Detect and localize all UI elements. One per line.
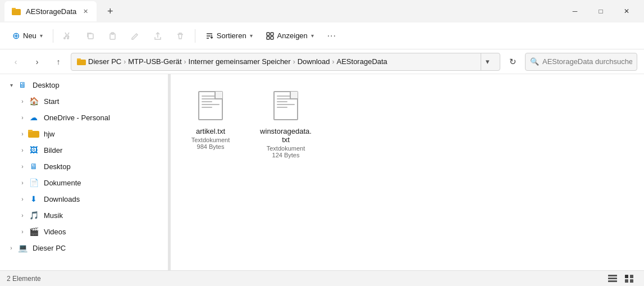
sidebar-label-bilder: Bilder: [44, 146, 62, 155]
svg-rect-21: [630, 279, 633, 283]
sidebar-expand-videos[interactable]: ›: [18, 227, 27, 236]
close-button[interactable]: ✕: [614, 2, 640, 20]
sidebar-item-videos[interactable]: › 🎬 Videos: [2, 224, 166, 239]
sort-button[interactable]: Sortieren ▾: [200, 29, 258, 43]
refresh-button[interactable]: ↻: [504, 53, 522, 71]
sidebar-label-desktop: Desktop: [33, 81, 60, 89]
svg-rect-18: [625, 275, 628, 278]
file-type-winstoragedata: Textdokument: [267, 145, 305, 152]
toolbar-separator-2: [195, 29, 195, 43]
sidebar: ▾ 🖥 Desktop › 🏠 Start › ☁ OneDrive - Per…: [0, 74, 168, 270]
sidebar-item-dokumente[interactable]: › 📄 Dokumente: [2, 175, 166, 190]
file-type-artikel: Textdokument: [191, 137, 230, 143]
view-button[interactable]: Anzeigen ▾: [261, 29, 319, 43]
active-tab[interactable]: AEStorageData ✕: [4, 1, 97, 21]
file-name-artikel: artikel.txt: [196, 127, 225, 135]
sidebar-expand-desktop2[interactable]: ›: [18, 162, 27, 171]
videos-icon: 🎬: [28, 226, 39, 237]
sidebar-label-musik: Musik: [44, 211, 63, 220]
sidebar-item-downloads[interactable]: › ⬇ Downloads: [2, 191, 166, 207]
sidebar-expand-downloads[interactable]: ›: [18, 194, 27, 203]
sidebar-label-thispc: Dieser PC: [33, 244, 66, 252]
paste-icon: [108, 31, 117, 40]
sidebar-item-musik[interactable]: › 🎵 Musik: [2, 207, 166, 223]
breadcrumb-chevron-button[interactable]: ▾: [481, 53, 494, 71]
breadcrumb-aestoragedata[interactable]: AEStorageData: [337, 57, 387, 66]
grid-view-button[interactable]: [622, 272, 637, 285]
rename-button: [125, 26, 145, 46]
start-icon: 🏠: [28, 96, 39, 107]
cut-icon: [63, 31, 72, 40]
svg-rect-9: [267, 37, 270, 39]
svg-rect-7: [267, 33, 270, 35]
sidebar-expand-bilder[interactable]: ›: [18, 146, 27, 155]
forward-button[interactable]: ›: [28, 53, 46, 71]
delete-icon: [176, 31, 185, 40]
sidebar-expand-start[interactable]: ›: [18, 97, 27, 106]
sidebar-expand-hjw[interactable]: ›: [18, 129, 27, 138]
sidebar-expand-onedrive[interactable]: ›: [18, 113, 27, 122]
file-item-winstoragedata[interactable]: winstoragedata.txt Textdokument 124 Byte…: [255, 83, 317, 163]
address-bar: ‹ › ↑ Dieser PC › MTP-USB-Gerät › Intern…: [0, 49, 644, 74]
new-button[interactable]: ⊕ Neu ▾: [7, 28, 48, 44]
svg-rect-17: [608, 280, 617, 282]
sidebar-label-downloads: Downloads: [44, 195, 80, 203]
maximize-button[interactable]: □: [588, 2, 614, 20]
svg-rect-15: [608, 275, 617, 276]
sidebar-label-start: Start: [44, 97, 59, 106]
file-size-winstoragedata: 124 Bytes: [272, 152, 300, 158]
svg-rect-8: [271, 33, 273, 35]
file-area: artikel.txt Textdokument 984 Bytes winst…: [171, 74, 644, 270]
downloads-icon: ⬇: [28, 193, 39, 205]
main-layout: ▾ 🖥 Desktop › 🏠 Start › ☁ OneDrive - Per…: [0, 74, 644, 270]
file-name-winstoragedata: winstoragedata.txt: [259, 127, 312, 144]
dokumente-icon: 📄: [28, 177, 39, 188]
grid-view-icon: [625, 275, 634, 283]
new-tab-button[interactable]: +: [101, 2, 119, 20]
up-button[interactable]: ↑: [49, 53, 67, 71]
search-box[interactable]: 🔍: [525, 53, 637, 71]
sidebar-label-hjw: hjw: [44, 130, 55, 138]
musik-icon: 🎵: [28, 210, 39, 221]
list-view-icon: [608, 275, 617, 283]
sidebar-item-start[interactable]: › 🏠 Start: [2, 93, 166, 109]
onedrive-icon: ☁: [28, 112, 39, 123]
sidebar-expand-musik[interactable]: ›: [18, 211, 27, 220]
minimize-button[interactable]: ─: [562, 2, 588, 20]
sidebar-label-videos: Videos: [44, 228, 66, 236]
sidebar-expand-dokumente[interactable]: ›: [18, 178, 27, 187]
svg-rect-10: [271, 37, 273, 39]
breadcrumb-dieser-pc[interactable]: Dieser PC: [88, 57, 121, 66]
sidebar-label-onedrive: OneDrive - Personal: [44, 114, 110, 122]
breadcrumb-bar[interactable]: Dieser PC › MTP-USB-Gerät › Interner gem…: [71, 53, 500, 71]
svg-rect-1: [12, 8, 16, 10]
paste-button: [103, 26, 123, 46]
copy-button: [80, 26, 101, 46]
window-controls: ─ □ ✕: [562, 2, 640, 20]
search-input[interactable]: [542, 57, 632, 66]
breadcrumb-interner[interactable]: Interner gemeinsamer Speicher: [189, 57, 291, 66]
sidebar-item-thispc[interactable]: › 💻 Dieser PC: [2, 240, 166, 256]
more-button[interactable]: ···: [322, 26, 342, 46]
svg-rect-19: [630, 275, 633, 278]
sidebar-item-desktop[interactable]: ▾ 🖥 Desktop: [2, 77, 166, 93]
share-icon: [153, 31, 162, 40]
file-item-artikel[interactable]: artikel.txt Textdokument 984 Bytes: [180, 83, 241, 155]
tab-close-button[interactable]: ✕: [81, 7, 90, 16]
svg-rect-4: [88, 34, 93, 39]
status-bar: 2 Elemente: [0, 270, 644, 286]
sidebar-item-hjw[interactable]: › hjw: [2, 126, 166, 142]
breadcrumb-mtp[interactable]: MTP-USB-Gerät: [128, 57, 181, 66]
sidebar-item-desktop2[interactable]: › 🖥 Desktop: [2, 158, 166, 174]
sidebar-expand-thispc[interactable]: ›: [7, 243, 16, 252]
sidebar-item-bilder[interactable]: › 🖼 Bilder: [2, 142, 166, 158]
location-folder-icon: [77, 58, 86, 66]
breadcrumb-download[interactable]: Download: [298, 57, 330, 66]
sidebar-expand-desktop[interactable]: ▾: [7, 80, 16, 89]
svg-rect-12: [77, 58, 81, 60]
list-view-button[interactable]: [605, 272, 620, 285]
file-size-artikel: 984 Bytes: [197, 143, 225, 150]
sidebar-item-onedrive[interactable]: › ☁ OneDrive - Personal: [2, 110, 166, 125]
toolbar-separator-1: [53, 29, 53, 43]
share-button: [148, 26, 168, 46]
